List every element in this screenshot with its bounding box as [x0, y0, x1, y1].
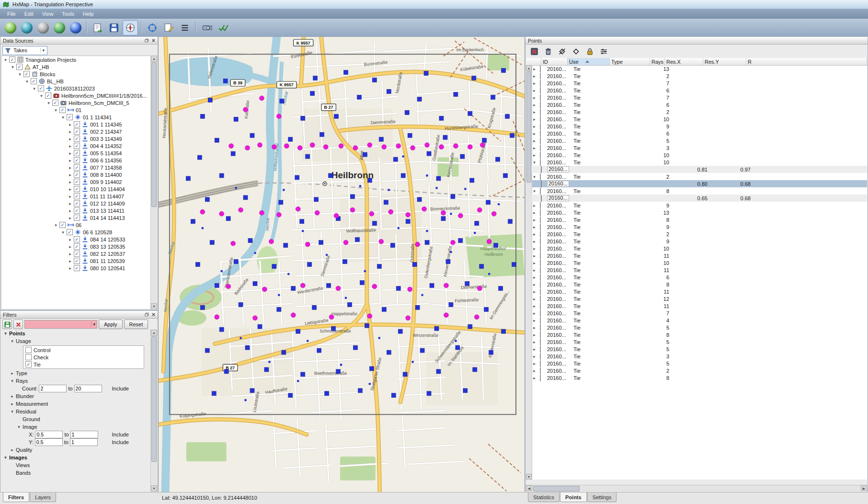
tie-point-square[interactable] [484, 307, 489, 311]
tie-point-square[interactable] [382, 307, 386, 311]
expander-icon[interactable]: ▸ [68, 244, 73, 249]
row-checkbox[interactable] [540, 224, 541, 230]
tie-point-dot[interactable] [382, 145, 387, 149]
expander-icon[interactable]: ▸ [532, 225, 537, 229]
filter-row[interactable]: ▸Measurement [1, 400, 151, 408]
tree-checkbox[interactable]: ✓ [31, 78, 37, 84]
expander-icon[interactable]: ▸ [68, 129, 73, 134]
expander-icon[interactable]: ▸ [532, 67, 537, 71]
row-checkbox[interactable] [540, 332, 541, 338]
tie-point-square[interactable] [441, 217, 445, 221]
row-checkbox[interactable] [540, 281, 541, 288]
row-checkbox[interactable] [540, 123, 541, 130]
tie-point-dot[interactable] [315, 210, 320, 215]
tie-point-square[interactable] [508, 219, 513, 224]
tie-point-square[interactable] [372, 78, 377, 82]
tie-point-square[interactable] [482, 138, 487, 142]
tree-item[interactable]: ▸✓001 1 114345 [1, 121, 150, 128]
count-from-input[interactable] [39, 385, 67, 392]
points-row[interactable]: ▸20160...Tie3 [532, 144, 867, 151]
x-from-input[interactable] [35, 431, 63, 438]
tie-point-square[interactable] [186, 176, 190, 181]
expander-icon[interactable]: ▾ [532, 160, 537, 165]
expander-icon[interactable]: ▾ [39, 93, 44, 98]
menu-item-view[interactable]: View [38, 10, 58, 18]
tie-point-small-dot[interactable] [278, 294, 280, 296]
tree-checkbox[interactable]: ✓ [74, 143, 80, 149]
points-row[interactable]: ▸20160...Tie7 [532, 80, 867, 87]
points-subrow[interactable]: 20160...0.810.97 [532, 166, 867, 173]
tie-point-square[interactable] [295, 175, 299, 180]
tie-point-square[interactable] [331, 326, 336, 331]
points-row[interactable]: ▸20160...Tie2 [532, 367, 867, 374]
filter-row[interactable]: ▸Quality [1, 446, 151, 454]
tree-item[interactable]: ▸✓083 13 120535 [1, 243, 150, 250]
tie-point-square[interactable] [231, 151, 235, 156]
data-sources-scrollbar[interactable]: ▲ ▼ [150, 56, 157, 309]
tree-item[interactable]: ▸✓012 12 114409 [1, 200, 150, 207]
tree-checkbox[interactable]: ✓ [74, 236, 80, 242]
tree-checkbox[interactable]: ✓ [74, 243, 80, 250]
tie-point-square[interactable] [502, 329, 506, 333]
filter-checkbox-check[interactable] [25, 354, 32, 360]
tie-point-square[interactable] [512, 263, 516, 267]
tie-point-square[interactable] [393, 157, 398, 161]
tie-point-square[interactable] [296, 329, 300, 333]
tie-point-small-dot[interactable] [287, 273, 290, 275]
tie-point-dot[interactable] [257, 143, 262, 148]
tie-point-dot[interactable] [284, 144, 289, 149]
x-to-input[interactable] [70, 431, 98, 438]
tie-point-dot[interactable] [477, 207, 482, 212]
points-row[interactable]: ▾20160...Tie2 [532, 173, 867, 180]
tie-point-dot[interactable] [406, 316, 411, 321]
tie-point-square[interactable] [314, 197, 319, 202]
tie-point-square[interactable] [334, 114, 339, 118]
tie-point-square[interactable] [306, 154, 310, 159]
row-checkbox[interactable] [540, 367, 541, 374]
apply-button[interactable]: Apply [99, 320, 123, 329]
points-row[interactable]: ▸20160...Tie10 [532, 259, 867, 266]
tie-point-square[interactable] [405, 110, 409, 115]
row-checkbox[interactable] [540, 130, 541, 137]
expander-icon[interactable]: ▸ [532, 153, 537, 158]
row-checkbox[interactable] [540, 274, 541, 281]
tie-point-small-dot[interactable] [421, 294, 423, 296]
tree-item[interactable]: ▸✓009 9 114402 [1, 178, 150, 185]
tree-item[interactable]: ▸✓010 10 114404 [1, 185, 150, 193]
tree-checkbox[interactable]: ✓ [52, 100, 58, 106]
tie-point-square[interactable] [463, 389, 468, 393]
row-checkbox[interactable] [540, 324, 541, 331]
double-check-icon[interactable] [216, 20, 231, 35]
tie-point-square[interactable] [454, 92, 458, 96]
tie-point-square[interactable] [415, 305, 420, 309]
map-canvas[interactable]: B 39K 9557K 9557B 27B 27 EtzelstraßeBure… [159, 37, 525, 492]
row-checkbox[interactable] [540, 202, 541, 209]
tie-point-square[interactable] [505, 114, 510, 118]
expander-icon[interactable]: ▸ [532, 261, 537, 265]
y-from-input[interactable] [35, 438, 63, 446]
filter-row[interactable]: ▸Blunder [1, 392, 151, 400]
tree-checkbox[interactable]: ✓ [74, 164, 80, 171]
expander-icon[interactable]: ▸ [532, 117, 537, 122]
points-row[interactable]: ▸20160...Tie2 [532, 230, 867, 238]
tie-point-dot[interactable] [480, 143, 485, 148]
expander-icon[interactable]: ▸ [532, 340, 537, 344]
expander-icon[interactable]: ▾ [16, 424, 22, 429]
expander-icon[interactable]: ▾ [10, 65, 15, 69]
filter-row[interactable]: Bands [1, 469, 151, 477]
expander-icon[interactable]: ▸ [68, 122, 73, 127]
tree-item[interactable]: ▾✓Heilbronn5cm_DMCIII##1/18/2016... [1, 92, 150, 99]
filter-row[interactable]: ▸Type [1, 369, 151, 377]
tie-point-small-dot[interactable] [378, 337, 380, 339]
tree-checkbox[interactable]: ✓ [38, 85, 44, 92]
row-checkbox[interactable] [540, 66, 541, 72]
tree-item[interactable]: ▾✓BL_HB [1, 78, 150, 85]
expander-icon[interactable]: ▸ [68, 216, 73, 220]
y-to-input[interactable] [70, 438, 98, 446]
tie-point-dot[interactable] [350, 207, 355, 212]
tie-point-square[interactable] [353, 345, 357, 350]
tie-point-square[interactable] [439, 116, 444, 120]
expander-icon[interactable]: ▸ [532, 131, 537, 136]
expander-icon[interactable]: ▾ [46, 101, 51, 105]
points-row[interactable]: ▸20160...Tie5 [532, 137, 867, 144]
